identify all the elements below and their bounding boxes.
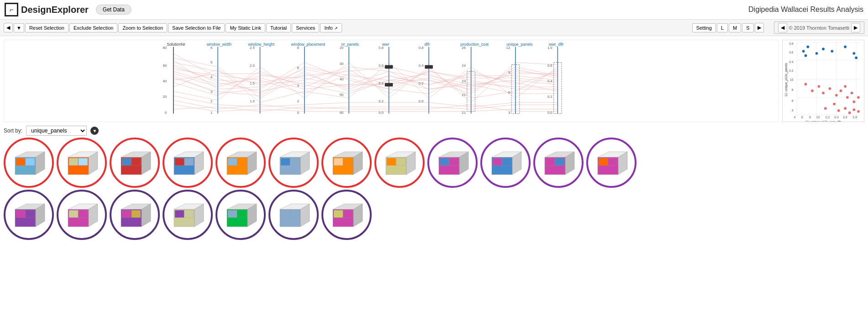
zoom-to-selection-button[interactable]: Zoom to Selection — [118, 23, 167, 32]
svg-text:22: 22 — [462, 93, 466, 97]
logo-text: DesignExplorer — [21, 5, 89, 15]
svg-rect-143 — [79, 210, 88, 218]
svg-text:nr_panels: nr_panels — [342, 42, 359, 47]
design-item[interactable] — [480, 138, 531, 188]
sort-select[interactable]: unique_panels window_width window_height… — [26, 126, 87, 136]
setting-button[interactable]: Setting — [692, 23, 716, 32]
svg-text:30: 30 — [340, 62, 344, 66]
next-arrow2-button[interactable]: ▶ — [851, 23, 860, 32]
svg-rect-117 — [440, 158, 449, 165]
svg-text:50: 50 — [340, 93, 344, 97]
svg-text:SolutionNr: SolutionNr — [167, 42, 185, 47]
svg-rect-122 — [493, 158, 502, 165]
svg-point-185 — [852, 52, 855, 55]
design-item[interactable] — [163, 138, 213, 188]
svg-text:4: 4 — [792, 109, 794, 112]
design-item[interactable] — [533, 138, 584, 188]
parallel-coordinates-chart[interactable]: SolutionNr window_width window_height wi… — [4, 40, 779, 122]
svg-text:0.8: 0.8 — [789, 42, 794, 45]
svg-rect-118 — [449, 158, 458, 165]
design-item[interactable] — [57, 138, 107, 188]
static-link-button[interactable]: My Static Link — [226, 23, 265, 32]
header: ⌐ DesignExplorer Get Data Digipedia Wall… — [0, 0, 868, 20]
svg-rect-68 — [385, 65, 393, 69]
sort-area: Sort by: unique_panels window_width wind… — [4, 122, 779, 138]
svg-text:0.6: 0.6 — [789, 51, 794, 54]
svg-text:2: 2 — [297, 99, 299, 103]
reset-selection-button[interactable]: Reset Selection — [25, 23, 68, 32]
save-selection-button[interactable]: Save Selection to File — [168, 23, 225, 32]
svg-rect-148 — [132, 210, 141, 218]
svg-text:11: unique_p12s_panels: 11: unique_p12s_panels — [784, 63, 788, 96]
design-item[interactable] — [110, 190, 160, 240]
svg-point-183 — [831, 50, 833, 53]
svg-text:26: 26 — [462, 46, 466, 50]
scatter-plot-svg[interactable]: 4 6 8 10 0.2 0.4 0.6 0.8 0.8 0.6 0.4 0.2… — [782, 40, 864, 122]
svg-text:8: 8 — [792, 88, 794, 91]
parallel-coords-svg: SolutionNr window_width window_height wi… — [4, 40, 778, 122]
svg-rect-167 — [334, 210, 343, 218]
design-item[interactable] — [4, 190, 54, 240]
svg-text:2: 2 — [210, 99, 212, 103]
design-item[interactable] — [427, 138, 478, 188]
svg-text:0.2: 0.2 — [379, 99, 384, 103]
svg-text:0.0: 0.0 — [379, 111, 384, 115]
main-content: SolutionNr window_width window_height wi… — [0, 36, 868, 244]
design-item[interactable] — [163, 190, 213, 240]
tutorial-button[interactable]: Tutorial — [266, 23, 291, 32]
svg-point-200 — [833, 103, 836, 106]
prev-arrow-button[interactable]: ◀ — [4, 23, 13, 32]
info-button[interactable]: Info ↗ — [320, 23, 342, 32]
svg-rect-107 — [334, 158, 343, 165]
svg-text:40: 40 — [340, 77, 344, 81]
design-item[interactable] — [110, 138, 160, 188]
svg-rect-153 — [184, 210, 194, 218]
settings-group: Setting L M S ▶ — [692, 23, 764, 32]
design-item[interactable] — [586, 138, 637, 188]
svg-text:20: 20 — [340, 46, 344, 50]
svg-text:20: 20 — [163, 95, 167, 99]
svg-text:3: 3 — [210, 90, 212, 94]
svg-text:80: 80 — [163, 46, 167, 50]
svg-text:0.4: 0.4 — [789, 60, 794, 64]
design-item[interactable] — [374, 138, 425, 188]
design-item[interactable] — [57, 190, 107, 240]
design-item[interactable] — [216, 138, 266, 188]
design-item[interactable] — [4, 138, 54, 188]
exclude-selection-button[interactable]: Exclude Selection — [69, 23, 117, 32]
svg-text:0.8: 0.8 — [419, 46, 424, 50]
size-s-button[interactable]: S — [742, 23, 753, 32]
svg-text:0.2: 0.2 — [826, 116, 830, 119]
svg-rect-162 — [281, 210, 290, 218]
design-item[interactable] — [268, 138, 319, 188]
svg-text:6: 6 — [801, 116, 803, 119]
svg-text:4: 4 — [794, 116, 796, 119]
services-button[interactable]: Services — [292, 23, 319, 32]
prev-arrow2-button[interactable]: ◀ — [778, 23, 787, 32]
design-item[interactable] — [321, 138, 372, 188]
next-arrow-button[interactable]: ▶ — [755, 23, 764, 32]
size-m-button[interactable]: M — [729, 23, 741, 32]
toolbar: ◀ ▼ Reset Selection Exclude Selection Zo… — [0, 20, 868, 36]
svg-rect-128 — [555, 158, 564, 165]
svg-rect-142 — [69, 210, 78, 218]
sort-direction-button[interactable]: ▼ — [90, 127, 99, 135]
svg-rect-108 — [343, 158, 352, 165]
svg-point-201 — [824, 107, 827, 110]
design-item[interactable] — [216, 190, 266, 240]
svg-rect-78 — [26, 158, 35, 165]
dropdown-arrow-button[interactable]: ▼ — [14, 23, 24, 32]
scatter-plot-area: 4 6 8 10 0.2 0.4 0.6 0.8 0.8 0.6 0.4 0.2… — [782, 40, 864, 240]
size-l-button[interactable]: L — [717, 23, 728, 32]
design-item[interactable] — [321, 190, 372, 240]
svg-rect-82 — [69, 158, 78, 165]
get-data-button[interactable]: Get Data — [96, 5, 132, 15]
svg-rect-97 — [228, 158, 237, 165]
svg-text:2.0: 2.0 — [250, 64, 255, 68]
svg-text:0.8: 0.8 — [379, 46, 384, 50]
design-item[interactable] — [268, 190, 319, 240]
svg-rect-132 — [599, 158, 608, 165]
svg-text:60: 60 — [163, 64, 167, 68]
svg-rect-112 — [387, 158, 396, 165]
svg-point-187 — [855, 57, 857, 59]
